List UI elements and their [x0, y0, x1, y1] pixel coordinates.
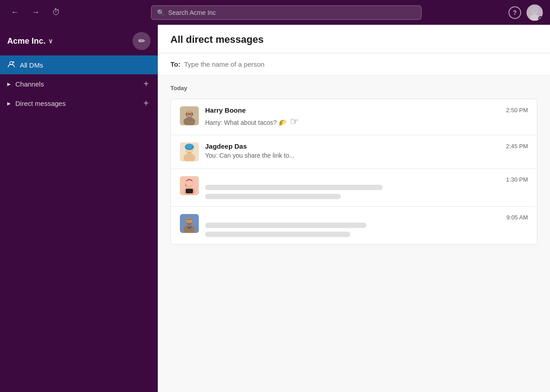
message-top-woman: 1:30 PM	[205, 176, 528, 183]
message-preview-jagdeep: You: Can you share the link to...	[205, 152, 528, 159]
user-avatar[interactable]	[527, 5, 543, 21]
compose-button[interactable]: ✏	[133, 32, 151, 50]
message-time-woman: 1:30 PM	[506, 176, 528, 183]
dms-label: Direct messages	[15, 100, 66, 107]
help-button[interactable]: ?	[509, 6, 521, 19]
forward-button[interactable]: →	[28, 6, 43, 19]
placeholder-line-1	[205, 185, 383, 190]
to-line[interactable]: To:	[158, 53, 550, 76]
message-card-woman[interactable]: 1:30 PM	[171, 169, 537, 207]
svg-point-18	[186, 144, 193, 149]
compose-icon: ✏	[138, 36, 145, 46]
svg-point-9	[186, 110, 192, 117]
message-card-jagdeep[interactable]: Jagdeep Das 2:45 PM You: Can you share t…	[171, 135, 537, 169]
message-list: Harry Boone 2:50 PM Harry: What about ta…	[170, 99, 537, 245]
all-dms-icon	[7, 60, 15, 70]
message-body-harry: Harry Boone 2:50 PM Harry: What about ta…	[205, 106, 528, 128]
channels-chevron-icon: ▶	[7, 82, 11, 87]
sender-name-harry: Harry Boone	[205, 106, 246, 114]
all-dms-label: All DMs	[20, 61, 43, 69]
dms-chevron-icon: ▶	[7, 101, 11, 106]
topbar: ← → ⏱ 🔍 Search Acme Inc ?	[0, 0, 550, 25]
sidebar-section-channels[interactable]: ▶ Channels +	[0, 74, 158, 94]
message-preview-harry: Harry: What about tacos? 🌮 ☞	[205, 116, 528, 128]
search-placeholder: Search Acme Inc	[168, 9, 216, 16]
dms-left: ▶ Direct messages	[7, 100, 66, 107]
sidebar-header: Acme Inc. ∨ ✏	[0, 25, 158, 55]
message-top-man2: 9:05 AM	[205, 214, 528, 221]
channels-label: Channels	[15, 80, 44, 88]
messages-area: Today	[158, 76, 550, 392]
cursor-pointer-icon: ☞	[290, 116, 299, 128]
message-body-jagdeep: Jagdeep Das 2:45 PM You: Can you share t…	[205, 142, 528, 159]
add-dm-button[interactable]: +	[142, 98, 151, 109]
search-bar[interactable]: 🔍 Search Acme Inc	[151, 5, 422, 20]
message-body-woman: 1:30 PM	[205, 176, 528, 199]
message-time-harry: 2:50 PM	[506, 107, 528, 114]
sender-name-jagdeep: Jagdeep Das	[205, 142, 247, 150]
avatar-woman	[180, 176, 199, 195]
sidebar: Acme Inc. ∨ ✏ All DMs ▶ Channels	[0, 25, 158, 392]
workspace-name[interactable]: Acme Inc. ∨	[7, 36, 53, 46]
message-time-jagdeep: 2:45 PM	[506, 143, 528, 150]
workspace-name-text: Acme Inc.	[7, 36, 46, 46]
today-label: Today	[170, 85, 537, 91]
message-top-jagdeep: Jagdeep Das 2:45 PM	[205, 142, 528, 150]
workspace-chevron-icon: ∨	[48, 37, 53, 45]
message-body-man2: 9:05 AM	[205, 214, 528, 237]
content-header: All direct messages	[158, 25, 550, 53]
channels-left: ▶ Channels	[7, 80, 44, 88]
back-button[interactable]: ←	[7, 6, 23, 19]
placeholder-line-4	[205, 232, 350, 237]
page-title: All direct messages	[170, 34, 537, 46]
placeholder-lines-man2	[205, 223, 528, 237]
svg-point-5	[13, 61, 14, 63]
message-card-harry[interactable]: Harry Boone 2:50 PM Harry: What about ta…	[171, 99, 537, 135]
placeholder-line-2	[205, 194, 341, 199]
avatar-jagdeep	[180, 142, 199, 161]
avatar-harry	[180, 106, 199, 125]
to-label: To:	[170, 60, 180, 68]
recipient-input[interactable]	[184, 60, 537, 68]
search-icon: 🔍	[157, 9, 165, 16]
placeholder-line-3	[205, 223, 367, 228]
add-channel-button[interactable]: +	[142, 79, 151, 89]
content-area: All direct messages To: Today	[158, 25, 550, 392]
message-top-harry: Harry Boone 2:50 PM	[205, 106, 528, 114]
placeholder-lines-woman	[205, 185, 528, 199]
message-card-man2[interactable]: 9:05 AM	[171, 207, 537, 244]
online-indicator	[538, 16, 543, 21]
history-button[interactable]: ⏱	[49, 6, 64, 19]
sidebar-item-all-dms[interactable]: All DMs	[0, 55, 158, 74]
avatar-man2	[180, 214, 199, 233]
svg-rect-23	[186, 189, 193, 193]
main-layout: Acme Inc. ∨ ✏ All DMs ▶ Channels	[0, 25, 550, 392]
message-time-man2: 9:05 AM	[506, 214, 528, 221]
sidebar-section-dms[interactable]: ▶ Direct messages +	[0, 94, 158, 113]
